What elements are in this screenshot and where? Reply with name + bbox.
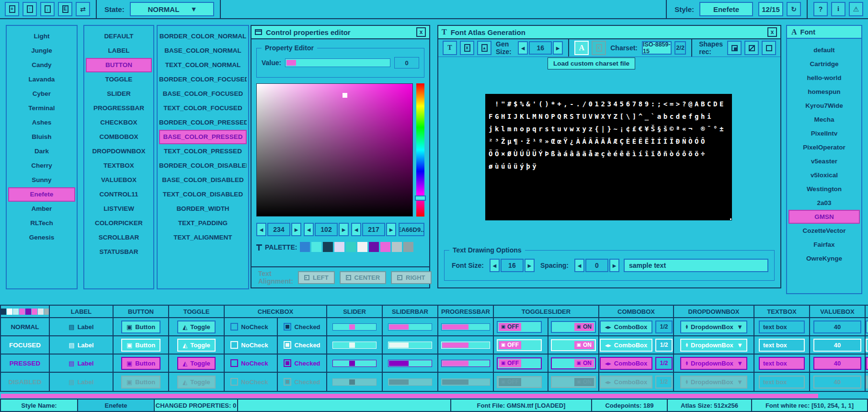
list-item[interactable]: PixelIntv bbox=[788, 126, 860, 140]
preview-combobox[interactable]: ◂▸ComboBox bbox=[600, 339, 652, 352]
list-item[interactable]: TEXT_PADDING bbox=[159, 216, 247, 230]
color-cursor[interactable] bbox=[343, 93, 347, 98]
list-item[interactable]: BASE_COLOR_NORMAL bbox=[159, 44, 247, 58]
clear-charset-button[interactable]: x bbox=[592, 41, 606, 55]
value-slider[interactable] bbox=[285, 58, 390, 67]
hex-value-box[interactable]: EA66D9... bbox=[399, 223, 424, 236]
list-item[interactable]: Genesis bbox=[8, 230, 75, 245]
preview-combobox[interactable]: ◂▸ComboBox bbox=[600, 357, 652, 370]
spin-left-icon[interactable]: ◀ bbox=[256, 223, 266, 236]
info-button[interactable]: i bbox=[831, 2, 845, 16]
palette-swatch[interactable] bbox=[300, 242, 310, 252]
checkbox-unchecked[interactable] bbox=[230, 359, 238, 367]
preview-textbox[interactable]: text box bbox=[759, 320, 805, 333]
slider-handle[interactable] bbox=[349, 379, 355, 385]
preview-sliderbar[interactable] bbox=[388, 323, 432, 331]
palette-swatch[interactable] bbox=[403, 242, 413, 252]
close-icon[interactable]: x bbox=[416, 27, 426, 37]
list-item[interactable]: Cherry bbox=[8, 159, 75, 173]
spin-right-icon[interactable]: ▶ bbox=[525, 259, 535, 272]
toggleslider-off[interactable]: ▣OFF bbox=[497, 376, 542, 388]
list-item[interactable]: LISTVIEW bbox=[86, 202, 152, 216]
checkbox-checked[interactable] bbox=[284, 341, 291, 349]
list-item[interactable]: BORDER_COLOR_DISABLED bbox=[159, 159, 247, 173]
font-atlas-image[interactable]: !"#$%&'()*+,-./0123456789:;<=>?@ABCDEFGH… bbox=[485, 94, 732, 220]
list-item[interactable]: DROPDOWNBOX bbox=[86, 144, 152, 159]
list-item[interactable]: BORDER_COLOR_FOCUSED bbox=[159, 72, 247, 87]
value-box[interactable]: 0 bbox=[394, 57, 419, 69]
list-item[interactable]: Lavanda bbox=[8, 72, 75, 87]
export-atlas-image-button[interactable]: ▴ bbox=[477, 41, 491, 55]
new-style-button[interactable]: + bbox=[5, 2, 19, 16]
list-item[interactable]: OwreKynge bbox=[788, 252, 860, 265]
preview-button[interactable]: ▣Button bbox=[121, 339, 160, 352]
hue-slider[interactable] bbox=[416, 83, 424, 217]
spin-right-icon[interactable]: ▶ bbox=[386, 223, 396, 236]
list-item[interactable]: Mecha bbox=[788, 113, 860, 126]
preview-button[interactable]: ▣Button bbox=[121, 320, 160, 333]
palette-swatch[interactable] bbox=[380, 242, 390, 252]
font-text-button[interactable]: T bbox=[443, 41, 457, 55]
slider-handle[interactable] bbox=[349, 324, 355, 330]
list-item[interactable]: LABEL bbox=[86, 44, 152, 58]
list-item[interactable]: TOGGLE bbox=[86, 72, 152, 87]
shapes-rec-corner-button[interactable] bbox=[727, 41, 742, 55]
spin-left-icon[interactable]: ◀ bbox=[304, 223, 314, 236]
list-item[interactable]: SCROLLBAR bbox=[86, 230, 152, 245]
spin-right-icon[interactable]: ▶ bbox=[609, 259, 619, 272]
list-item[interactable]: BORDER_COLOR_NORMAL bbox=[159, 29, 247, 44]
preview-combobox[interactable]: ◂▸ComboBox bbox=[600, 320, 652, 333]
list-item[interactable]: CozetteVector bbox=[788, 224, 860, 238]
list-item[interactable]: Light bbox=[8, 29, 75, 44]
preview-dropdownbox[interactable]: ▴▾DropdownBox▼ bbox=[680, 320, 747, 333]
list-item[interactable]: Sunny bbox=[8, 173, 75, 187]
list-item[interactable]: 2a03 bbox=[788, 196, 860, 210]
list-item[interactable]: TEXT_COLOR_FOCUSED bbox=[159, 101, 247, 115]
list-item[interactable]: PROGRESSBAR bbox=[86, 101, 152, 115]
toggleslider-on[interactable]: ▣ON bbox=[551, 357, 596, 369]
preview-slider[interactable] bbox=[332, 323, 377, 331]
palette-swatch[interactable] bbox=[392, 242, 402, 252]
list-item[interactable]: RLTech bbox=[8, 216, 75, 230]
list-item[interactable]: hello-world bbox=[788, 71, 860, 85]
list-item[interactable]: BASE_COLOR_PRESSED bbox=[159, 130, 247, 144]
preview-textbox[interactable]: text box bbox=[759, 357, 805, 370]
align-left-button[interactable]: LEFT bbox=[298, 271, 335, 284]
checkbox-checked[interactable] bbox=[284, 378, 291, 386]
spin-right-icon[interactable]: ▶ bbox=[291, 223, 301, 236]
list-item[interactable]: COLORPICKER bbox=[86, 216, 152, 230]
list-item[interactable]: Bluish bbox=[8, 130, 75, 144]
checkbox-unchecked[interactable] bbox=[230, 378, 238, 386]
preview-sliderbar[interactable] bbox=[388, 342, 432, 349]
list-item[interactable]: Fairfax bbox=[788, 238, 860, 252]
toggleslider-off[interactable]: ▣OFF bbox=[497, 321, 542, 333]
preview-slider[interactable] bbox=[332, 360, 377, 367]
window-titlebar[interactable]: Control properties editor x bbox=[251, 26, 429, 39]
list-item[interactable]: BUTTON bbox=[86, 58, 152, 72]
charset-value-box[interactable]: ISO-8859-15 bbox=[642, 41, 672, 55]
preview-textbox[interactable]: text box bbox=[759, 376, 805, 389]
list-item[interactable]: GMSN bbox=[788, 210, 860, 224]
list-item[interactable]: Jungle bbox=[8, 44, 75, 58]
save-style-button[interactable]: ↓ bbox=[40, 2, 55, 16]
font-size-value[interactable]: 16 bbox=[501, 259, 524, 272]
list-item[interactable]: SLIDER bbox=[86, 87, 152, 101]
list-item[interactable]: BORDER_WIDTH bbox=[159, 202, 247, 216]
list-item[interactable]: Kyrou7Wide bbox=[788, 99, 860, 113]
preview-button[interactable]: ▣Button bbox=[121, 357, 160, 370]
blue-value[interactable]: 217 bbox=[362, 223, 385, 236]
list-item[interactable]: Cyber bbox=[8, 87, 75, 101]
hue-handle[interactable] bbox=[415, 195, 426, 201]
spin-right-icon[interactable]: ▶ bbox=[339, 223, 349, 236]
list-item[interactable]: PixelOperator bbox=[788, 140, 860, 154]
list-item[interactable]: Ashes bbox=[8, 115, 75, 130]
preview-valuebox[interactable]: 40 bbox=[813, 339, 861, 352]
preview-slider[interactable] bbox=[332, 342, 377, 349]
list-item[interactable]: BORDER_COLOR_PRESSED bbox=[159, 115, 247, 130]
list-item[interactable]: CHECKBOX bbox=[86, 115, 152, 130]
state-dropdown[interactable]: NORMAL ▼ bbox=[130, 2, 214, 16]
list-item[interactable]: Candy bbox=[8, 58, 75, 72]
window-titlebar[interactable]: T Font Atlas Generation x bbox=[438, 26, 780, 39]
random-style-button[interactable]: ⇄ bbox=[76, 2, 90, 16]
toggleslider-off[interactable]: ▣OFF bbox=[497, 357, 542, 369]
